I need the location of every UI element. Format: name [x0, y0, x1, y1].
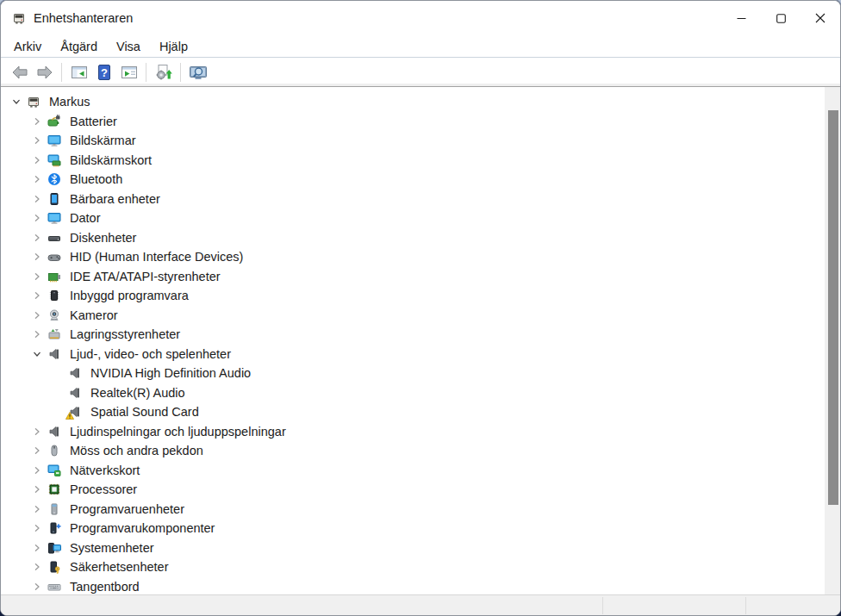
chevron-down-icon[interactable]	[6, 92, 27, 111]
keyboard-icon	[47, 580, 61, 594]
tree-item[interactable]: Programvarukomponenter	[1, 519, 825, 538]
menu-item-tgrd[interactable]: Åtgärd	[51, 37, 107, 56]
tree-item-label[interactable]: Ljudinspelningar och ljuduppspelningar	[70, 425, 286, 439]
tree-item-label[interactable]: Bluetooth	[70, 172, 122, 186]
tree-item[interactable]: NVIDIA High Definition Audio	[1, 364, 825, 383]
tree-item-label[interactable]: Bildskärmar	[70, 134, 136, 147]
tree-item[interactable]: Markus	[1, 92, 825, 112]
chevron-right-icon[interactable]	[27, 247, 47, 266]
tree-item[interactable]: Tangentbord	[1, 577, 825, 595]
menu-item-arkiv[interactable]: Arkiv	[4, 37, 51, 56]
scrollbar-thumb[interactable]	[828, 110, 838, 505]
tree-item-label[interactable]: Systemenheter	[70, 541, 154, 555]
vertical-scrollbar[interactable]	[825, 87, 840, 594]
chevron-right-icon[interactable]	[27, 170, 47, 189]
chevron-right-icon[interactable]	[27, 461, 47, 480]
back-button[interactable]	[8, 61, 31, 84]
chevron-right-icon[interactable]	[27, 267, 47, 286]
tree-item[interactable]: Systemenheter	[1, 538, 825, 558]
tree-item[interactable]: Bildskärmskort	[1, 151, 825, 171]
chevron-right-icon[interactable]	[27, 577, 47, 594]
network-icon	[47, 464, 61, 477]
tree-item[interactable]: Säkerhetsenheter	[1, 557, 825, 577]
tree-item[interactable]: Lagringsstyrenheter	[1, 325, 825, 345]
chevron-right-icon[interactable]	[27, 422, 47, 441]
tree-item[interactable]: Programvaruenheter	[1, 500, 825, 520]
device-manager-window: Enhetshanteraren ArkivÅtgärdVisaHjälp	[0, 0, 841, 616]
tree-item[interactable]: Ljud-, video- och spelenheter	[1, 345, 825, 364]
chevron-right-icon[interactable]	[27, 480, 47, 499]
tree-item-label[interactable]: Realtek(R) Audio	[90, 386, 185, 400]
tree-item[interactable]: Spatial Sound Card	[1, 402, 825, 422]
forward-button[interactable]	[33, 61, 56, 84]
chevron-right-icon[interactable]	[27, 325, 47, 344]
tree-item[interactable]: Realtek(R) Audio	[1, 383, 825, 403]
tree-item-label[interactable]: Programvarukomponenter	[70, 521, 215, 535]
chevron-right-icon[interactable]	[27, 112, 47, 131]
update-driver-button[interactable]	[152, 61, 175, 84]
tree-item-label[interactable]: IDE ATA/ATAPI-styrenheter	[70, 270, 221, 283]
tree-item-label[interactable]: Markus	[49, 95, 90, 109]
tree-item-label[interactable]: Bildskärmskort	[70, 153, 152, 167]
tree-item[interactable]: Bärbara enheter	[1, 190, 825, 209]
menu-item-visa[interactable]: Visa	[107, 37, 150, 56]
chevron-right-icon[interactable]	[27, 131, 47, 150]
tree-item[interactable]: HID (Human Interface Devices)	[1, 247, 825, 267]
tree-item-label[interactable]: Säkerhetsenheter	[70, 560, 168, 574]
tree-item-label[interactable]: Processorer	[70, 482, 137, 496]
tree-item-label[interactable]: Batterier	[70, 115, 117, 128]
show-console-tree-button[interactable]	[67, 61, 90, 84]
tree-item[interactable]: Inbyggd programvara	[1, 286, 825, 306]
close-button[interactable]	[801, 1, 840, 35]
tree-item-label[interactable]: Diskenheter	[70, 231, 136, 245]
tree-item[interactable]: Dator	[1, 208, 825, 228]
chevron-down-icon[interactable]	[27, 345, 47, 364]
tree-item-label[interactable]: Tangentbord	[70, 580, 140, 594]
chevron-right-icon[interactable]	[27, 557, 47, 576]
chevron-right-icon[interactable]	[27, 228, 47, 247]
tree-item[interactable]: Kameror	[1, 306, 825, 326]
tree-item-label[interactable]: Inbyggd programvara	[70, 289, 189, 302]
tree-item-label[interactable]: Programvaruenheter	[70, 502, 184, 516]
minimize-button[interactable]	[721, 1, 761, 35]
tree-item[interactable]: IDE ATA/ATAPI-styrenheter	[1, 267, 825, 287]
help-button[interactable]: ?	[92, 61, 115, 84]
properties-button[interactable]	[117, 61, 140, 84]
chevron-right-icon[interactable]	[27, 286, 47, 305]
tree-item-label[interactable]: Lagringsstyrenheter	[70, 327, 180, 341]
tree-item[interactable]: Bluetooth	[1, 170, 825, 190]
tree-item-label[interactable]: NVIDIA High Definition Audio	[90, 366, 251, 380]
tree-item-label[interactable]: Dator	[70, 211, 100, 225]
battery-icon	[47, 115, 61, 128]
chevron-right-icon[interactable]	[27, 208, 47, 227]
chevron-right-icon[interactable]	[27, 190, 47, 208]
chevron-right-icon[interactable]	[27, 306, 47, 325]
tree-item[interactable]: Möss och andra pekdon	[1, 441, 825, 461]
tree-item[interactable]: Batterier	[1, 112, 825, 132]
tree-item[interactable]: Diskenheter	[1, 228, 825, 248]
chevron-right-icon[interactable]	[27, 538, 47, 557]
tree-item[interactable]: Bildskärmar	[1, 131, 825, 151]
tree-item-label[interactable]: Ljud-, video- och spelenheter	[70, 347, 231, 361]
tree-item-label[interactable]: Bärbara enheter	[70, 192, 160, 206]
chevron-right-icon[interactable]	[27, 151, 47, 170]
chevron-right-icon[interactable]	[27, 441, 47, 460]
tree-item-label[interactable]: HID (Human Interface Devices)	[70, 250, 243, 264]
menu-bar: ArkivÅtgärdVisaHjälp	[1, 35, 840, 58]
menu-item-hjlp[interactable]: Hjälp	[150, 37, 197, 56]
scan-hardware-changes-button[interactable]	[186, 61, 209, 84]
tree-item-label[interactable]: Möss och andra pekdon	[70, 444, 203, 457]
tree-item[interactable]: Ljudinspelningar och ljuduppspelningar	[1, 422, 825, 442]
tree-item-label[interactable]: Nätverkskort	[70, 464, 140, 477]
tree-item-label[interactable]: Spatial Sound Card	[90, 405, 199, 419]
firmware-icon	[47, 289, 61, 302]
computer-icon	[27, 95, 40, 109]
chevron-right-icon[interactable]	[27, 500, 47, 519]
maximize-button[interactable]	[761, 1, 801, 35]
chevron-right-icon[interactable]	[27, 519, 47, 538]
tree-item-label[interactable]: Kameror	[70, 308, 118, 322]
tree-item[interactable]: Nätverkskort	[1, 461, 825, 481]
tree-item[interactable]: Processorer	[1, 480, 825, 500]
disk-icon	[47, 231, 61, 245]
properties-icon	[120, 63, 139, 82]
